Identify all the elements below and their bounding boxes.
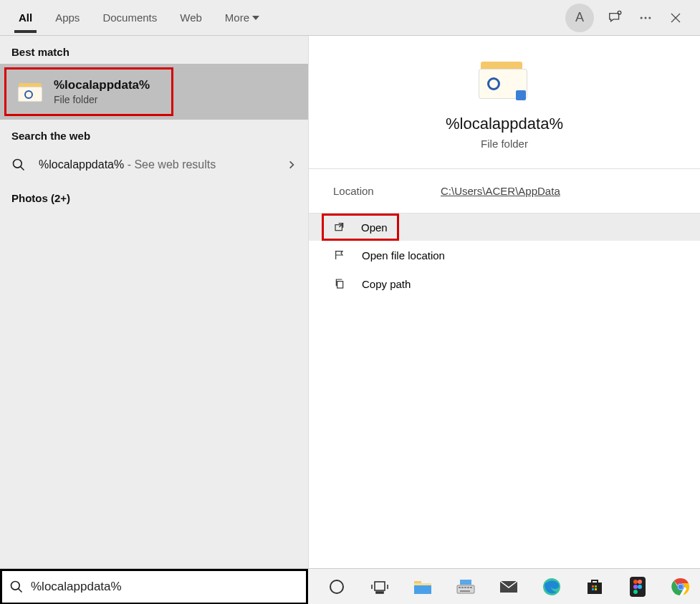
search-wrap bbox=[0, 569, 308, 605]
tab-more[interactable]: More bbox=[214, 2, 271, 33]
tab-web[interactable]: Web bbox=[168, 2, 214, 33]
mail-icon[interactable] bbox=[499, 577, 519, 597]
svg-point-37 bbox=[679, 584, 684, 589]
action-open-label: Open bbox=[361, 221, 388, 234]
best-match-text: %localappdata% File folder bbox=[54, 78, 150, 105]
feedback-icon[interactable] bbox=[607, 9, 624, 27]
folder-icon-large bbox=[479, 57, 530, 102]
svg-point-29 bbox=[633, 580, 638, 584]
chevron-down-icon bbox=[252, 16, 259, 20]
chevron-right-icon bbox=[287, 160, 297, 170]
edge-icon[interactable] bbox=[542, 577, 562, 597]
svg-point-7 bbox=[11, 581, 20, 590]
top-icons: A bbox=[565, 4, 693, 32]
taskbar bbox=[0, 568, 700, 604]
detail-location-row: Location C:\Users\ACER\AppData bbox=[309, 169, 700, 214]
svg-rect-21 bbox=[460, 580, 471, 585]
detail-subtitle: File folder bbox=[481, 138, 528, 150]
chrome-icon[interactable] bbox=[671, 577, 691, 597]
best-match-header: Best match bbox=[0, 36, 308, 64]
cortana-icon[interactable] bbox=[327, 577, 347, 597]
svg-rect-27 bbox=[595, 588, 597, 590]
svg-rect-17 bbox=[464, 587, 466, 588]
svg-point-8 bbox=[330, 580, 343, 593]
svg-rect-18 bbox=[467, 587, 469, 588]
figma-icon[interactable] bbox=[628, 577, 648, 597]
svg-rect-24 bbox=[592, 585, 594, 588]
action-open-row[interactable]: Open bbox=[309, 214, 700, 241]
tab-more-label: More bbox=[225, 11, 249, 24]
svg-rect-6 bbox=[337, 282, 343, 288]
location-value[interactable]: C:\Users\ACER\AppData bbox=[441, 185, 560, 197]
photos-header[interactable]: Photos (2+) bbox=[0, 182, 308, 214]
left-pane: Best match %localappdata% File folder Se… bbox=[0, 36, 308, 568]
detail-header: %localappdata% File folder bbox=[309, 36, 700, 169]
search-input[interactable] bbox=[31, 580, 299, 594]
tab-documents[interactable]: Documents bbox=[91, 2, 168, 33]
svg-point-1 bbox=[641, 16, 643, 19]
svg-point-4 bbox=[14, 160, 22, 168]
svg-point-31 bbox=[633, 585, 638, 589]
web-result-text: %localappdata% - See web results bbox=[39, 158, 274, 171]
web-query: %localappdata% bbox=[39, 158, 124, 171]
close-icon[interactable] bbox=[667, 9, 684, 27]
tab-all[interactable]: All bbox=[7, 2, 44, 33]
search-box[interactable] bbox=[0, 569, 308, 605]
svg-rect-10 bbox=[376, 592, 383, 593]
svg-point-2 bbox=[645, 16, 647, 19]
store-icon[interactable] bbox=[585, 577, 605, 597]
copy-icon bbox=[333, 277, 346, 290]
svg-point-0 bbox=[618, 11, 621, 14]
action-open-location[interactable]: Open file location bbox=[309, 241, 700, 269]
svg-rect-9 bbox=[375, 582, 385, 590]
svg-rect-13 bbox=[414, 585, 431, 594]
web-result-row[interactable]: %localappdata% - See web results bbox=[0, 148, 308, 182]
search-icon bbox=[11, 158, 26, 172]
svg-rect-16 bbox=[461, 587, 464, 588]
open-icon bbox=[334, 221, 345, 234]
search-icon bbox=[9, 580, 24, 594]
keyboard-icon[interactable] bbox=[456, 577, 476, 597]
action-open[interactable]: Open bbox=[322, 214, 399, 241]
svg-rect-15 bbox=[459, 587, 461, 588]
svg-rect-26 bbox=[592, 588, 594, 590]
action-open-location-label: Open file location bbox=[362, 249, 445, 262]
right-pane: %localappdata% File folder Location C:\U… bbox=[308, 36, 700, 568]
svg-point-33 bbox=[633, 590, 638, 594]
action-copy-path-label: Copy path bbox=[362, 278, 411, 290]
detail-title: %localappdata% bbox=[446, 115, 563, 133]
search-web-header: Search the web bbox=[0, 120, 308, 148]
svg-point-32 bbox=[638, 585, 642, 589]
open-location-icon bbox=[333, 249, 346, 262]
svg-rect-20 bbox=[460, 590, 470, 592]
content: Best match %localappdata% File folder Se… bbox=[0, 36, 700, 568]
action-copy-path[interactable]: Copy path bbox=[309, 269, 700, 298]
more-icon[interactable] bbox=[637, 9, 654, 27]
svg-rect-25 bbox=[595, 585, 597, 588]
best-match-title: %localappdata% bbox=[54, 78, 150, 92]
best-match-item[interactable]: %localappdata% File folder bbox=[4, 67, 173, 116]
best-match-row[interactable]: %localappdata% File folder bbox=[0, 64, 308, 120]
top-tabs: All Apps Documents Web More A bbox=[0, 0, 700, 36]
svg-rect-14 bbox=[457, 585, 474, 593]
avatar[interactable]: A bbox=[565, 4, 594, 32]
file-explorer-icon[interactable] bbox=[413, 577, 433, 597]
svg-point-3 bbox=[648, 16, 651, 19]
task-view-icon[interactable] bbox=[370, 577, 390, 597]
folder-icon bbox=[18, 79, 44, 105]
best-match-subtitle: File folder bbox=[54, 94, 150, 105]
task-icons bbox=[308, 577, 691, 597]
svg-point-30 bbox=[638, 580, 642, 584]
svg-rect-19 bbox=[470, 587, 472, 588]
web-suffix: - See web results bbox=[124, 158, 216, 171]
location-label: Location bbox=[333, 185, 398, 197]
action-list: Open Open file location Copy path bbox=[309, 214, 700, 298]
tab-apps[interactable]: Apps bbox=[44, 2, 91, 33]
